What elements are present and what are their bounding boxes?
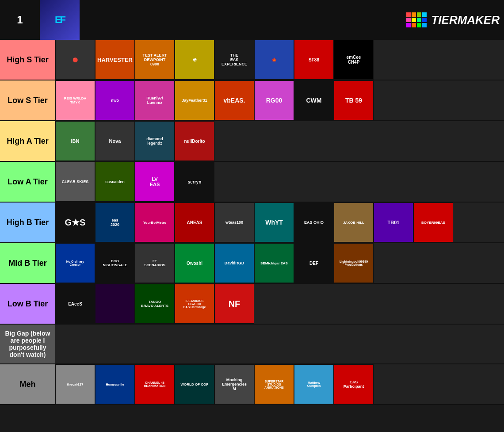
tier-item[interactable]: ☢ bbox=[175, 40, 214, 80]
item-serryn: serryn bbox=[175, 162, 214, 201]
tier-item[interactable]: nwo bbox=[95, 80, 135, 120]
tier-item[interactable]: EAS OHIO bbox=[294, 203, 334, 242]
item-lightningbolt99999: Lightningbolt99999 Productions bbox=[334, 244, 373, 283]
item-rg00: RG00 bbox=[255, 81, 294, 120]
item-tb01: TB01 bbox=[374, 203, 413, 242]
item-dco-nightingale: DCO NIGHTINGALE bbox=[95, 244, 134, 283]
tier-item[interactable]: TB 59 bbox=[334, 80, 374, 120]
item-eas-ohio: EAS OHIO bbox=[294, 203, 333, 242]
item-jayfeather31: JayFeather31 bbox=[175, 81, 214, 120]
tier-item[interactable]: DEF bbox=[294, 243, 334, 283]
item-shelter345: ☢ bbox=[175, 40, 214, 79]
tier-item[interactable]: SF88 bbox=[294, 40, 334, 80]
item-emcee-ch4p: emCee CH4P bbox=[334, 40, 373, 79]
tier-item[interactable]: TANGO BRAVO ALERTS bbox=[135, 284, 175, 324]
item-eascaiden: eascaiden bbox=[95, 162, 134, 201]
item-lv-eas: LV EAS bbox=[135, 162, 174, 201]
tier-label-high-s: High S Tier bbox=[0, 40, 55, 80]
item-def: DEF bbox=[294, 244, 333, 283]
tier-container: High S Tier🔴HARVESTERTEST ALERT DEWPOINT… bbox=[0, 40, 504, 405]
tier-label-low-a: Low A Tier bbox=[0, 162, 55, 202]
tier-item[interactable]: DCO NIGHTINGALE bbox=[95, 243, 135, 283]
tier-item[interactable]: 🔴 bbox=[55, 40, 95, 80]
item-ibn: IBN bbox=[56, 122, 95, 161]
tier-item[interactable]: G★S bbox=[55, 203, 95, 242]
item-thecat627: thecat627 bbox=[56, 365, 95, 404]
item-diamond-legendz: diamond legendz bbox=[135, 122, 174, 161]
tier-item[interactable]: SEMichiganEAS bbox=[254, 243, 294, 283]
tier-item[interactable]: JAKOB HILL bbox=[334, 203, 374, 242]
tier-item[interactable]: No Ordinary Creator bbox=[55, 243, 95, 283]
tier-item[interactable]: NF bbox=[214, 284, 254, 324]
tier-item[interactable]: EAceS bbox=[55, 284, 95, 324]
tier-item[interactable]: RG00 bbox=[254, 80, 294, 120]
grid-cell bbox=[417, 23, 421, 27]
tier-row-high-a: High A TierIBNNovadiamond legendznullDor… bbox=[0, 121, 504, 162]
tier-item[interactable]: JayFeather31 bbox=[175, 80, 214, 120]
tier-item[interactable]: IBN bbox=[55, 121, 95, 161]
grid-cell bbox=[422, 12, 427, 17]
tier-item[interactable] bbox=[95, 284, 135, 324]
tier-label-mid-b: Mid B Tier bbox=[0, 243, 55, 283]
tier-item[interactable]: emCee CH4P bbox=[334, 40, 374, 80]
item-sf88: SF88 bbox=[294, 40, 333, 79]
tier-label-high-b: High B Tier bbox=[0, 203, 55, 242]
tier-item[interactable]: LV EAS bbox=[135, 162, 175, 202]
tier-item[interactable]: Nova bbox=[95, 121, 135, 161]
item-harvester: HARVESTER bbox=[95, 40, 134, 79]
tier-items-low-s: REIS WRLDA TMYKnwoRueni97/ LuennixJayFea… bbox=[55, 80, 504, 120]
item-dewpoint-8900: TEST ALERT DEWPOINT 8900 bbox=[135, 40, 174, 79]
tier-item[interactable]: WhYT bbox=[254, 203, 294, 242]
tier-item[interactable]: FT SCENARIOS bbox=[135, 243, 175, 283]
tier-item[interactable]: TB01 bbox=[374, 203, 413, 242]
tier-item[interactable]: Matthew Cumpton bbox=[294, 364, 334, 404]
tier-item[interactable]: serryn bbox=[175, 162, 214, 202]
tier-item[interactable]: Rueni97/ Luennix bbox=[135, 80, 175, 120]
tier-item[interactable]: DavidRGD bbox=[214, 243, 254, 283]
tier-item[interactable]: Homessville bbox=[95, 364, 135, 404]
tier-items-mid-b: No Ordinary CreatorDCO NIGHTINGALEFT SCE… bbox=[55, 243, 504, 283]
tier-item[interactable]: thecat627 bbox=[55, 364, 95, 404]
tier-item[interactable]: wteas100 bbox=[214, 203, 254, 242]
tier-item[interactable]: YourBoiMetro bbox=[135, 203, 175, 242]
item-whyt: WhYT bbox=[255, 203, 294, 242]
tier-item[interactable]: TEST ALERT DEWPOINT 8900 bbox=[135, 40, 175, 80]
item-superstar-studios-animations: SUPERSTAR STUDIOS ANIMATIONS bbox=[255, 365, 294, 404]
tier-item[interactable]: Owoshi bbox=[175, 243, 214, 283]
item-cwm: CWM bbox=[294, 81, 333, 120]
tier-item[interactable]: eascaiden bbox=[95, 162, 135, 202]
header-spacer bbox=[80, 0, 406, 40]
tier-item[interactable]: SUPERSTAR STUDIOS ANIMATIONS bbox=[254, 364, 294, 404]
tier-item[interactable]: REIS WRLDA TMYK bbox=[55, 80, 95, 120]
tier-item[interactable]: CHANNEL 48 REANIMATION bbox=[135, 364, 175, 404]
tier-item[interactable]: CWM bbox=[294, 80, 334, 120]
tier-item[interactable]: eas 2020 bbox=[95, 203, 135, 242]
tier-item[interactable]: nullDorito bbox=[175, 121, 214, 161]
tier-item[interactable]: THE EAS EXPERIENCE bbox=[214, 40, 254, 80]
item-boyer99eas: BOYER99EAS bbox=[414, 203, 453, 242]
item-the-eas-experience: THE EAS EXPERIENCE bbox=[215, 40, 254, 79]
tier-item[interactable]: WORLD OF COP bbox=[175, 364, 214, 404]
tier-items-big-gap bbox=[55, 325, 504, 363]
tier-item[interactable]: 🍁 bbox=[254, 40, 294, 80]
tier-item[interactable]: CLEAR SKIES bbox=[55, 162, 95, 202]
tier-item[interactable]: Mocking Emergencies M bbox=[214, 364, 254, 404]
grid-cell bbox=[417, 12, 421, 17]
tier-item[interactable]: EAS Participant bbox=[334, 364, 374, 404]
grid-cell bbox=[412, 18, 416, 22]
tiermaker-brand: TiERMAKER bbox=[406, 0, 504, 40]
tier-item[interactable]: diamond legendz bbox=[135, 121, 175, 161]
tier-item[interactable]: vbEAS. bbox=[214, 80, 254, 120]
grid-cell bbox=[422, 23, 427, 27]
tier-label-low-s: Low S Tier bbox=[0, 80, 55, 120]
tier-item[interactable]: ANEAS bbox=[175, 203, 214, 242]
item-reis-wrlda-tmyk: REIS WRLDA TMYK bbox=[56, 81, 95, 120]
tier-item[interactable]: Lightningbolt99999 Productions bbox=[334, 243, 374, 283]
tier-label-big-gap: Big Gap (below are people I purposefully… bbox=[0, 325, 55, 363]
item-homessville: Homessville bbox=[95, 365, 134, 404]
tier-item[interactable]: HARVESTER bbox=[95, 40, 135, 80]
tier-item[interactable]: BOYER99EAS bbox=[413, 203, 453, 242]
tier-item[interactable]: IDEA/ONICS CG-1000 EAS Hermitage bbox=[175, 284, 214, 324]
item-idea-onics-cg1000: IDEA/ONICS CG-1000 EAS Hermitage bbox=[175, 284, 214, 323]
grid-cell bbox=[422, 18, 427, 22]
